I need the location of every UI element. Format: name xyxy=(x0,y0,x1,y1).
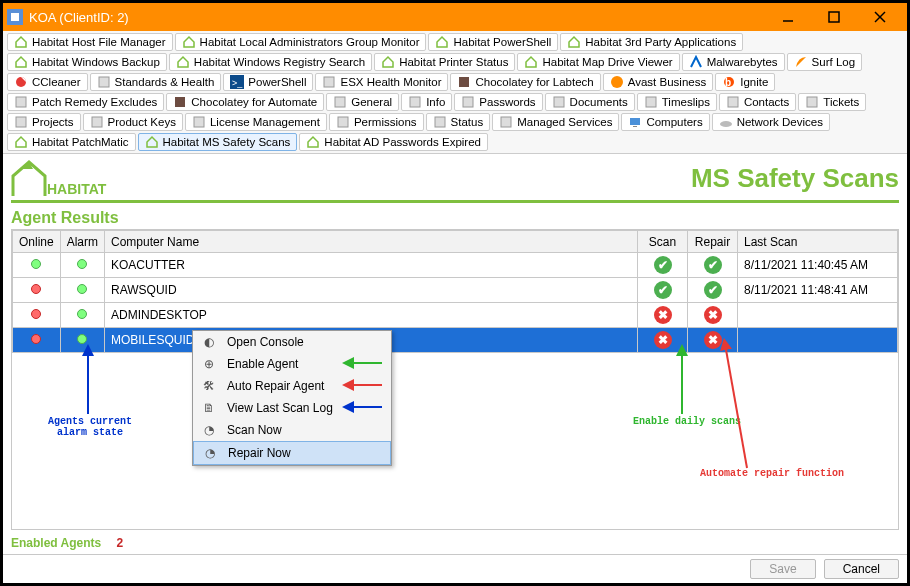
toolbar-tab[interactable]: ESX Health Monitor xyxy=(315,73,448,91)
table-row[interactable]: RAWSQUID✔✔8/11/2021 11:48:41 AM xyxy=(13,278,898,303)
svg-rect-30 xyxy=(630,118,640,125)
context-menu-item[interactable]: ◔Scan Now xyxy=(193,419,391,441)
toolbar-tab[interactable]: Product Keys xyxy=(83,113,183,131)
toolbar-tab[interactable]: CCleaner xyxy=(7,73,88,91)
context-menu-label: Auto Repair Agent xyxy=(227,379,324,393)
context-menu-item[interactable]: ◔Repair Now xyxy=(193,441,391,465)
toolbar-tab[interactable]: Habitat AD Passwords Expired xyxy=(299,133,488,151)
context-menu-item[interactable]: ◐Open Console xyxy=(193,331,391,353)
x-icon: ✖ xyxy=(654,306,672,324)
passwords-icon xyxy=(461,95,475,109)
toolbar-tab[interactable]: Standards & Health xyxy=(90,73,222,91)
svg-rect-31 xyxy=(633,126,637,127)
titlebar: KOA (ClientID: 2) xyxy=(3,3,907,31)
col-scan[interactable]: Scan xyxy=(638,231,688,253)
toolbar-tab[interactable]: Computers xyxy=(621,113,709,131)
toolbar-tab[interactable]: bIgnite xyxy=(715,73,775,91)
toolbar-tab-label: Habitat Host File Manager xyxy=(32,36,166,48)
col-last[interactable]: Last Scan xyxy=(738,231,898,253)
svg-text:b: b xyxy=(725,77,731,88)
habitat-3rd-party-applications-icon xyxy=(567,35,581,49)
toolbar-tab-label: Habitat AD Passwords Expired xyxy=(324,136,481,148)
toolbar-tab[interactable]: Malwarebytes xyxy=(682,53,785,71)
table-row[interactable]: ADMINDESKTOP✖✖ xyxy=(13,303,898,328)
toolbar-tab[interactable]: Timeslips xyxy=(637,93,717,111)
toolbar-tab[interactable]: Info xyxy=(401,93,452,111)
save-button[interactable]: Save xyxy=(750,559,815,579)
habitat-logo: HABITAT xyxy=(11,158,121,198)
svg-rect-7 xyxy=(99,77,109,87)
col-repair[interactable]: Repair xyxy=(688,231,738,253)
context-menu-label: Scan Now xyxy=(227,423,282,437)
toolbar-tab-label: Contacts xyxy=(744,96,789,108)
toolbar-tab[interactable]: Habitat MS Safety Scans xyxy=(138,133,298,151)
window: KOA (ClientID: 2) Habitat Host File Mana… xyxy=(2,2,908,584)
toolbar-tab-label: PowerShell xyxy=(248,76,306,88)
results-table-wrap: Online Alarm Computer Name Scan Repair L… xyxy=(11,229,899,530)
svg-rect-15 xyxy=(16,97,26,107)
cancel-button[interactable]: Cancel xyxy=(824,559,899,579)
toolbar-tab[interactable]: Network Devices xyxy=(712,113,830,131)
toolbar-tab[interactable]: Habitat Local Administrators Group Monit… xyxy=(175,33,427,51)
console-icon: ◐ xyxy=(201,335,217,349)
alarm-dot-icon xyxy=(77,259,87,269)
svg-text:HABITAT: HABITAT xyxy=(47,181,107,197)
col-computer[interactable]: Computer Name xyxy=(105,231,638,253)
toolbar-tab[interactable]: Habitat Host File Manager xyxy=(7,33,173,51)
toolbar-tab[interactable]: Chocolatey for Automate xyxy=(166,93,324,111)
minimize-button[interactable] xyxy=(765,3,811,31)
last-scan-cell xyxy=(738,303,898,328)
toolbar-tab[interactable]: Documents xyxy=(545,93,635,111)
svg-rect-3 xyxy=(829,12,839,22)
status-icon xyxy=(433,115,447,129)
wrench-icon: 🛠 xyxy=(201,379,217,393)
clock-icon: ◔ xyxy=(202,446,218,460)
toolbar-tab[interactable]: General xyxy=(326,93,399,111)
toolbar-tab[interactable]: Habitat Map Drive Viewer xyxy=(517,53,679,71)
close-button[interactable] xyxy=(857,3,903,31)
toolbar-tab[interactable]: Habitat PowerShell xyxy=(428,33,558,51)
col-online[interactable]: Online xyxy=(13,231,61,253)
toolbar-tab[interactable]: Habitat Windows Backup xyxy=(7,53,167,71)
svg-point-32 xyxy=(720,121,732,127)
check-icon: ✔ xyxy=(654,281,672,299)
svg-point-12 xyxy=(611,76,623,88)
toolbar-tab[interactable]: License Management xyxy=(185,113,327,131)
toolbar-tab[interactable]: Habitat Windows Registry Search xyxy=(169,53,372,71)
toolbar-tab[interactable]: Passwords xyxy=(454,93,542,111)
chocolatey-for-labtech-icon xyxy=(457,75,471,89)
toolbar-tab-label: License Management xyxy=(210,116,320,128)
window-title: KOA (ClientID: 2) xyxy=(29,10,765,25)
toolbar-tab[interactable]: Habitat 3rd Party Applications xyxy=(560,33,743,51)
alarm-dot-icon xyxy=(77,334,87,344)
section-title: Agent Results xyxy=(11,209,899,227)
toolbar-tab[interactable]: Patch Remedy Excludes xyxy=(7,93,164,111)
maximize-button[interactable] xyxy=(811,3,857,31)
toolbar-tab[interactable]: Habitat Printer Status xyxy=(374,53,515,71)
content: HABITAT MS Safety Scans Agent Results On… xyxy=(3,154,907,554)
toolbar-tab[interactable]: Tickets xyxy=(798,93,866,111)
toolbar-tab[interactable]: Managed Services xyxy=(492,113,619,131)
toolbar-tab[interactable]: Surf Log xyxy=(787,53,862,71)
toolbar-tab-label: Habitat Map Drive Viewer xyxy=(542,56,672,68)
toolbar-tab[interactable]: Contacts xyxy=(719,93,796,111)
toolbar-tab-label: General xyxy=(351,96,392,108)
toolbar-tab[interactable]: Permissions xyxy=(329,113,424,131)
toolbar-tab[interactable]: Habitat PatchMatic xyxy=(7,133,136,151)
toolbar-tab[interactable]: Avast Business xyxy=(603,73,713,91)
toolbar: Habitat Host File ManagerHabitat Local A… xyxy=(3,31,907,154)
toolbar-tab[interactable]: Chocolatey for Labtech xyxy=(450,73,600,91)
svg-rect-10 xyxy=(324,77,334,87)
computers-icon xyxy=(628,115,642,129)
svg-line-37 xyxy=(725,344,747,468)
toolbar-tab[interactable]: >_PowerShell xyxy=(223,73,313,91)
computer-name-cell: RAWSQUID xyxy=(105,278,638,303)
toolbar-tab[interactable]: Projects xyxy=(7,113,81,131)
svg-rect-18 xyxy=(410,97,420,107)
annotation-alarm: Agents current alarm state xyxy=(40,416,140,438)
table-row[interactable]: MOBILESQUID✖✖ xyxy=(13,328,898,353)
col-alarm[interactable]: Alarm xyxy=(60,231,104,253)
table-row[interactable]: KOACUTTER✔✔8/11/2021 11:40:45 AM xyxy=(13,253,898,278)
online-dot-icon xyxy=(31,309,41,319)
toolbar-tab[interactable]: Status xyxy=(426,113,491,131)
